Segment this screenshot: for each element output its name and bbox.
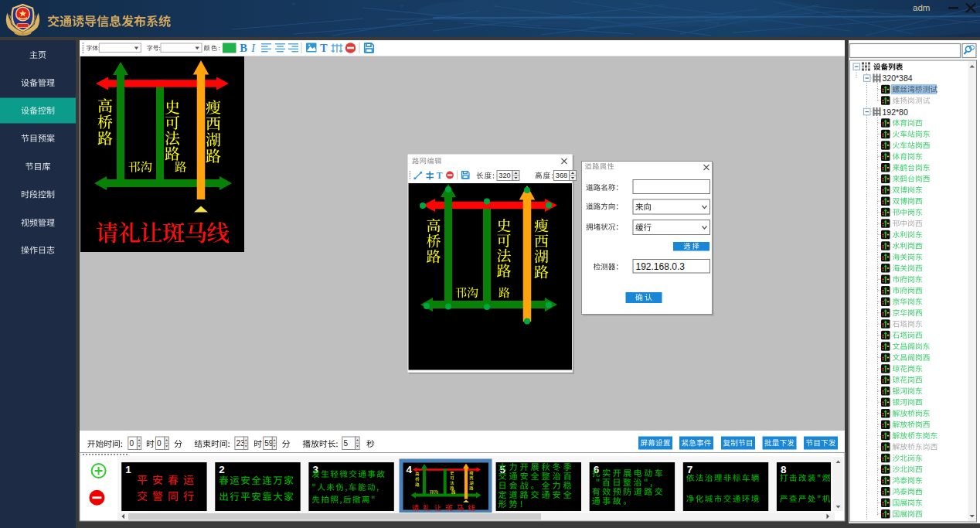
svg-text:T: T xyxy=(320,43,328,54)
svg-text:320: 320 xyxy=(499,172,510,179)
svg-text:adm: adm xyxy=(913,3,930,12)
svg-text:192.168.0.3: 192.168.0.3 xyxy=(636,261,686,272)
svg-text:5: 5 xyxy=(343,439,348,448)
svg-text:0: 0 xyxy=(129,439,134,448)
svg-text:8: 8 xyxy=(781,464,787,475)
svg-text:0: 0 xyxy=(157,439,162,448)
svg-text:4: 4 xyxy=(407,464,413,475)
svg-text:2: 2 xyxy=(219,464,225,475)
svg-text:320*384: 320*384 xyxy=(883,73,913,83)
svg-text:T: T xyxy=(437,171,443,180)
svg-text:7: 7 xyxy=(687,464,693,475)
svg-text:1: 1 xyxy=(125,464,131,475)
svg-text:B: B xyxy=(240,42,247,54)
svg-text:192*80: 192*80 xyxy=(883,107,908,117)
svg-text:368: 368 xyxy=(556,172,567,179)
